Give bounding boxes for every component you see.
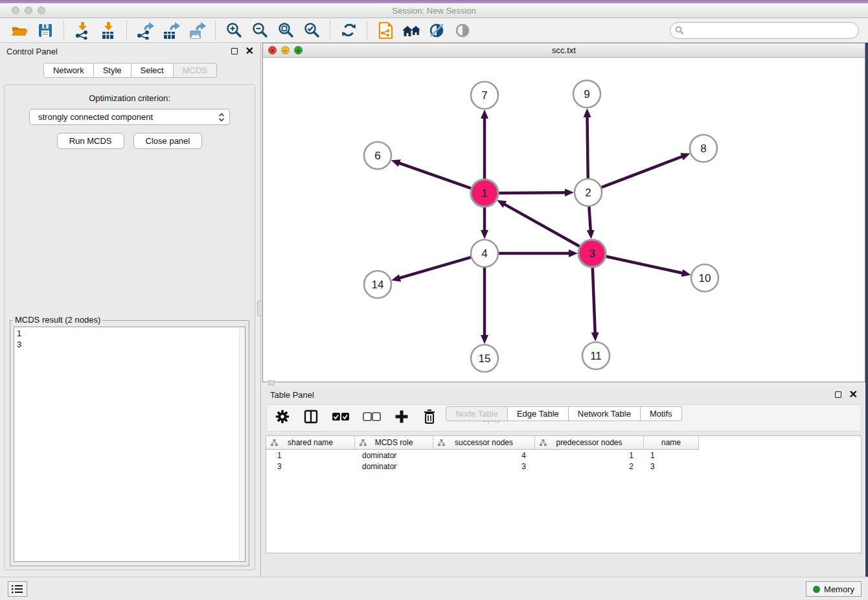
criterion-dropdown-value: strongly connected component bbox=[38, 112, 218, 122]
control-panel-tabs: Network Style Select MCDS bbox=[0, 63, 260, 78]
criterion-dropdown[interactable]: strongly connected component bbox=[29, 109, 230, 125]
tab-edge-table[interactable]: Edge Table bbox=[508, 406, 569, 421]
zoom-fit-button[interactable] bbox=[273, 20, 299, 41]
graph-edge-2-8[interactable] bbox=[602, 157, 683, 188]
graph-edge-4-14[interactable] bbox=[400, 257, 471, 278]
open-folder-icon bbox=[10, 22, 29, 39]
tab-style[interactable]: Style bbox=[94, 63, 131, 78]
save-floppy-icon bbox=[37, 22, 54, 39]
tab-motifs[interactable]: Motifs bbox=[641, 406, 682, 421]
tab-network-table[interactable]: Network Table bbox=[569, 406, 641, 421]
optimization-criterion-label: Optimization criterion: bbox=[89, 93, 170, 103]
mcds-result-title: MCDS result (2 nodes) bbox=[13, 315, 102, 325]
open-session-button[interactable] bbox=[6, 20, 32, 41]
save-session-button[interactable] bbox=[32, 20, 58, 41]
graph-node-11[interactable]: 11 bbox=[582, 342, 610, 369]
tab-node-table[interactable]: Node Table bbox=[446, 406, 508, 421]
svg-text:3: 3 bbox=[589, 248, 595, 260]
graph-edge-3-1[interactable] bbox=[505, 204, 580, 246]
hide-details-icon bbox=[428, 22, 446, 39]
graph-node-15[interactable]: 15 bbox=[471, 345, 498, 372]
tab-network[interactable]: Network bbox=[43, 63, 94, 78]
svg-text:2: 2 bbox=[585, 187, 591, 199]
network-graph[interactable]: 7968124314101511 bbox=[263, 58, 865, 382]
svg-text:4: 4 bbox=[481, 248, 487, 260]
list-icon bbox=[12, 584, 23, 594]
zoom-out-icon bbox=[251, 21, 269, 39]
export-network-icon bbox=[135, 21, 155, 40]
graph-edge-2-9[interactable] bbox=[588, 117, 588, 178]
mcds-pane: Optimization criterion: strongly connect… bbox=[4, 84, 255, 570]
app-window: Session: New Session bbox=[0, 0, 868, 600]
mcds-result-text[interactable]: 1 3 bbox=[14, 327, 246, 562]
graph-node-1[interactable]: 1 bbox=[471, 179, 498, 207]
main-toolbar bbox=[0, 18, 868, 43]
toolbar-separator bbox=[126, 21, 127, 40]
titlebar: Session: New Session bbox=[0, 3, 868, 18]
svg-text:11: 11 bbox=[590, 350, 602, 362]
table-panel-header: Table Panel ✕ bbox=[262, 386, 865, 403]
graph-node-4[interactable]: 4 bbox=[471, 240, 498, 267]
network-window: × − + scc.txt 7968124314101511 bbox=[262, 43, 865, 382]
horizontal-splitter-handle[interactable] bbox=[268, 380, 275, 386]
float-table-panel-icon[interactable] bbox=[835, 391, 841, 398]
zoom-selected-button[interactable] bbox=[299, 20, 325, 41]
zoom-out-button[interactable] bbox=[247, 20, 273, 41]
background-window-edge bbox=[865, 43, 868, 600]
import-network-button[interactable] bbox=[69, 20, 95, 41]
show-details-button[interactable] bbox=[450, 20, 476, 41]
close-table-panel-icon[interactable]: ✕ bbox=[849, 391, 858, 398]
memory-status-icon bbox=[813, 586, 820, 593]
zoom-in-icon bbox=[225, 21, 243, 39]
close-panel-icon[interactable]: ✕ bbox=[246, 48, 254, 54]
graph-edge-3-10[interactable] bbox=[606, 257, 683, 273]
search-input[interactable] bbox=[670, 22, 859, 39]
tab-select[interactable]: Select bbox=[131, 63, 174, 78]
mcds-result-box: MCDS result (2 nodes) 1 3 bbox=[10, 320, 249, 566]
refresh-layout-button[interactable] bbox=[336, 20, 361, 41]
hide-details-button[interactable] bbox=[424, 20, 450, 41]
toolbar-separator bbox=[367, 21, 367, 40]
graph-node-2[interactable]: 2 bbox=[575, 179, 602, 206]
home-button[interactable] bbox=[398, 20, 424, 41]
search-field bbox=[670, 22, 859, 39]
close-panel-button[interactable]: Close panel bbox=[133, 133, 203, 149]
svg-text:9: 9 bbox=[584, 88, 589, 100]
window-title: Session: New Session bbox=[0, 6, 868, 16]
toolbar-separator bbox=[215, 21, 216, 40]
tab-mcds[interactable]: MCDS bbox=[174, 63, 217, 78]
main-area: Control Panel ✕ Network Style Select MCD… bbox=[0, 43, 868, 577]
export-network-button[interactable] bbox=[132, 20, 158, 41]
network-file-button[interactable] bbox=[372, 20, 398, 41]
svg-text:7: 7 bbox=[481, 89, 487, 102]
graph-node-6[interactable]: 6 bbox=[364, 142, 391, 169]
graph-edge-3-11[interactable] bbox=[593, 268, 595, 333]
graph-node-7[interactable]: 7 bbox=[471, 82, 498, 109]
zoom-fit-icon bbox=[277, 21, 295, 39]
graph-node-3[interactable]: 3 bbox=[578, 240, 606, 267]
graph-edge-1-6[interactable] bbox=[399, 163, 471, 189]
toolbar-separator bbox=[63, 21, 64, 40]
graph-node-8[interactable]: 8 bbox=[690, 135, 717, 162]
show-details-icon bbox=[454, 22, 472, 39]
graph-node-14[interactable]: 14 bbox=[364, 271, 391, 298]
graph-node-9[interactable]: 9 bbox=[573, 80, 600, 108]
import-network-icon bbox=[73, 21, 91, 40]
import-table-button[interactable] bbox=[95, 20, 121, 41]
memory-button[interactable]: Memory bbox=[806, 581, 862, 597]
zoom-in-button[interactable] bbox=[221, 20, 247, 41]
graph-edge-2-3[interactable] bbox=[589, 207, 590, 231]
export-image-button[interactable] bbox=[184, 20, 210, 41]
export-image-icon bbox=[187, 21, 207, 40]
control-panel-header: Control Panel ✕ bbox=[0, 43, 260, 60]
svg-text:10: 10 bbox=[699, 272, 711, 284]
export-table-button[interactable] bbox=[158, 20, 184, 41]
graph-edge-1-2[interactable] bbox=[499, 192, 565, 193]
run-mcds-button[interactable]: Run MCDS bbox=[57, 133, 124, 149]
result-scrollbar[interactable] bbox=[239, 327, 245, 561]
float-panel-icon[interactable] bbox=[231, 48, 238, 54]
import-table-icon bbox=[99, 21, 117, 40]
network-canvas[interactable]: 7968124314101511 bbox=[263, 58, 865, 382]
graph-node-10[interactable]: 10 bbox=[691, 264, 718, 292]
task-history-button[interactable] bbox=[8, 581, 27, 597]
